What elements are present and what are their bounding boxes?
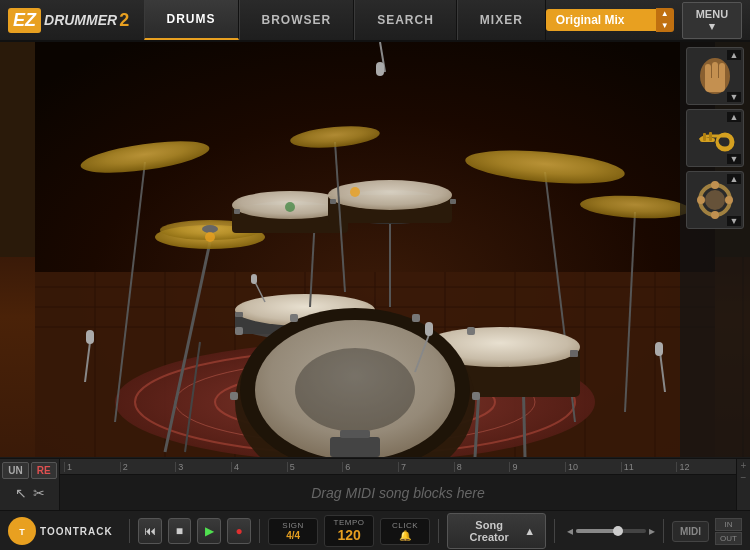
seq-scrollbar: + − bbox=[736, 459, 750, 510]
svg-rect-65 bbox=[330, 199, 336, 204]
rewind-button[interactable]: ⏮ bbox=[138, 518, 162, 544]
click-label: Click bbox=[392, 521, 418, 530]
thumb-1-up[interactable]: ▲ bbox=[727, 50, 741, 60]
midi-button[interactable]: MIDI bbox=[672, 521, 709, 542]
logo-area: EZ DRUMMER 2 bbox=[0, 8, 144, 33]
ruler-mark-11: 11 bbox=[621, 462, 677, 472]
svg-point-81 bbox=[285, 202, 295, 212]
song-creator-button[interactable]: Song Creator ▲ bbox=[447, 513, 546, 549]
seq-tool-row: ↖ ✂ bbox=[13, 483, 47, 503]
instrument-thumb-3[interactable]: ▲ ▼ bbox=[686, 171, 744, 229]
stop-button[interactable]: ■ bbox=[168, 518, 192, 544]
seq-content[interactable]: Drag MIDI song blocks here bbox=[60, 475, 736, 510]
scissors-icon[interactable]: ✂ bbox=[31, 483, 47, 503]
click-icon: 🔔 bbox=[399, 530, 411, 542]
stop-icon: ■ bbox=[176, 524, 183, 538]
mix-arrow-up[interactable]: ▲ bbox=[656, 8, 674, 20]
in-button[interactable]: IN bbox=[715, 518, 742, 531]
logo-ez: EZ bbox=[8, 8, 41, 33]
record-button[interactable]: ● bbox=[227, 518, 251, 544]
volume-track[interactable] bbox=[576, 529, 646, 533]
volume-thumb[interactable] bbox=[613, 526, 623, 536]
svg-rect-47 bbox=[235, 327, 243, 335]
svg-rect-50 bbox=[472, 392, 480, 400]
click-box[interactable]: Click 🔔 bbox=[380, 518, 430, 545]
instrument-thumb-2[interactable]: ▲ ▼ bbox=[686, 109, 744, 167]
undo-button[interactable]: UN bbox=[2, 462, 28, 479]
scroll-zoom-out[interactable]: − bbox=[741, 473, 747, 483]
tab-mixer[interactable]: MIXER bbox=[457, 0, 546, 40]
svg-rect-59 bbox=[234, 209, 240, 214]
ruler-mark-10: 10 bbox=[565, 462, 621, 472]
song-creator-arrow: ▲ bbox=[524, 525, 535, 537]
toontrack-circle: T bbox=[8, 517, 36, 545]
drum-kit-svg bbox=[0, 42, 750, 457]
svg-rect-76 bbox=[655, 342, 663, 356]
ruler-mark-4: 4 bbox=[231, 462, 287, 472]
rewind-icon: ⏮ bbox=[144, 524, 156, 538]
scroll-zoom-in[interactable]: + bbox=[741, 461, 747, 471]
ruler-mark-2: 2 bbox=[120, 462, 176, 472]
svg-rect-86 bbox=[705, 78, 725, 92]
svg-point-46 bbox=[295, 348, 415, 432]
separator-4 bbox=[554, 519, 555, 543]
ruler-mark-9: 9 bbox=[509, 462, 565, 472]
svg-rect-52 bbox=[412, 314, 420, 322]
ruler-mark-8: 8 bbox=[454, 462, 510, 472]
separator-2 bbox=[259, 519, 260, 543]
svg-rect-70 bbox=[425, 322, 433, 336]
undo-redo-group: UN RE bbox=[2, 462, 56, 479]
tempo-value: 120 bbox=[337, 527, 360, 544]
bottom-bar: UN RE ↖ ✂ 1 2 3 4 5 6 7 8 9 1 bbox=[0, 458, 750, 550]
sequencer-tools: UN RE ↖ ✂ bbox=[0, 459, 60, 510]
logo-drummer-text: DRUMMER bbox=[44, 12, 117, 28]
ruler-mark-5: 5 bbox=[287, 462, 343, 472]
instrument-thumb-1[interactable]: ▲ ▼ bbox=[686, 47, 744, 105]
svg-rect-54 bbox=[340, 430, 370, 438]
mix-dropdown[interactable]: Original Mix bbox=[546, 9, 656, 31]
svg-rect-88 bbox=[700, 138, 715, 142]
play-button[interactable]: ▶ bbox=[197, 518, 221, 544]
time-signature-box: Sign 4/4 bbox=[268, 518, 318, 545]
logo-version: 2 bbox=[119, 10, 129, 31]
svg-point-94 bbox=[725, 196, 733, 204]
menu-button[interactable]: MENU ▾ bbox=[682, 2, 742, 39]
tab-search[interactable]: SEARCH bbox=[354, 0, 457, 40]
ruler-mark-3: 3 bbox=[175, 462, 231, 472]
svg-rect-42 bbox=[570, 350, 578, 357]
thumb-3-down[interactable]: ▼ bbox=[727, 216, 741, 226]
sequencer-area: UN RE ↖ ✂ 1 2 3 4 5 6 7 8 9 1 bbox=[0, 459, 750, 511]
toontrack-logo: T TOONTRACK bbox=[8, 517, 113, 545]
drag-midi-text: Drag MIDI song blocks here bbox=[311, 485, 485, 501]
svg-point-22 bbox=[202, 225, 218, 233]
svg-text:T: T bbox=[19, 527, 25, 537]
svg-point-79 bbox=[350, 187, 360, 197]
svg-point-64 bbox=[328, 180, 452, 210]
play-icon: ▶ bbox=[205, 524, 214, 538]
tab-browser[interactable]: BROWSER bbox=[239, 0, 355, 40]
thumb-1-down[interactable]: ▼ bbox=[727, 92, 741, 102]
thumb-2-down[interactable]: ▼ bbox=[727, 154, 741, 164]
seq-timeline: 1 2 3 4 5 6 7 8 9 10 11 12 Drag MIDI son… bbox=[60, 459, 736, 510]
out-button[interactable]: OUT bbox=[715, 532, 742, 545]
sign-label: Sign bbox=[282, 521, 304, 530]
toontrack-text: TOONTRACK bbox=[40, 526, 113, 537]
tempo-box[interactable]: Tempo 120 bbox=[324, 515, 374, 547]
tempo-label: Tempo bbox=[334, 518, 365, 527]
separator-1 bbox=[129, 519, 130, 543]
mix-arrow-down[interactable]: ▼ bbox=[656, 20, 674, 32]
mix-arrows: ▲ ▼ bbox=[656, 8, 674, 31]
nav-tabs: DRUMS BROWSER SEARCH MIXER bbox=[144, 0, 546, 40]
svg-point-93 bbox=[711, 181, 719, 189]
separator-3 bbox=[438, 519, 439, 543]
svg-rect-48 bbox=[467, 327, 475, 335]
svg-point-92 bbox=[705, 190, 725, 210]
ruler-mark-1: 1 bbox=[64, 462, 120, 472]
ruler-mark-7: 7 bbox=[398, 462, 454, 472]
svg-point-96 bbox=[697, 196, 705, 204]
cursor-icon[interactable]: ↖ bbox=[13, 483, 29, 503]
thumb-3-up[interactable]: ▲ bbox=[727, 174, 741, 184]
tab-drums[interactable]: DRUMS bbox=[144, 0, 239, 40]
redo-button[interactable]: RE bbox=[31, 462, 57, 479]
thumb-2-up[interactable]: ▲ bbox=[727, 112, 741, 122]
